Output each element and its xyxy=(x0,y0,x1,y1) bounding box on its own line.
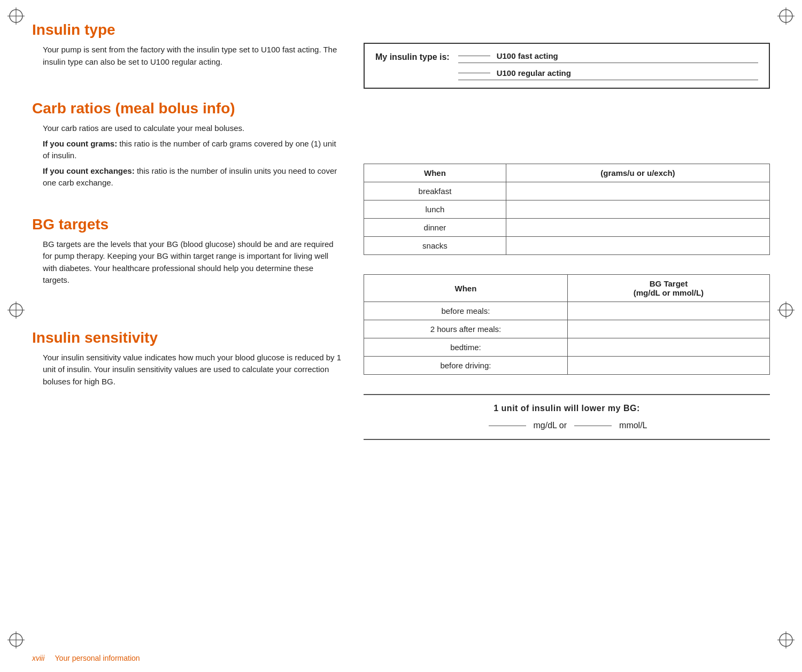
insulin-sensitivity-body: Your insulin sensitivity value indicates… xyxy=(32,352,342,388)
sensitivity-unit1: mg/dL or xyxy=(534,421,567,430)
insulin-type-body: Your pump is sent from the factory with … xyxy=(32,44,342,68)
right-column: My insulin type is: U100 fast acting U10… xyxy=(364,21,770,440)
corner-mark-tl xyxy=(5,5,27,27)
bg-row-2hours-label: 2 hours after meals: xyxy=(364,320,568,338)
footer-spacer xyxy=(47,654,53,662)
footer: xviii Your personal information xyxy=(32,654,140,662)
sensitivity-mgdl-blank xyxy=(489,426,526,426)
left-column: Insulin type Your pump is sent from the … xyxy=(32,21,342,440)
footer-text: Your personal information xyxy=(55,654,140,662)
carb-col2-header: (grams/u or u/exch) xyxy=(506,164,769,182)
bg-table-header-row: When BG Target (mg/dL or mmol/L) xyxy=(364,275,770,302)
insulin-sensitivity-section: Insulin sensitivity Your insulin sensiti… xyxy=(32,329,342,388)
insulin-option-1-line xyxy=(458,56,490,56)
footer-page-number: xviii xyxy=(32,654,44,662)
insulin-option-1: U100 fast acting xyxy=(458,51,758,63)
corner-mark-bl xyxy=(5,629,27,651)
corner-mark-mr xyxy=(775,299,797,322)
insulin-option-2-line xyxy=(458,73,490,73)
carb-ratios-section: Carb ratios (meal bolus info) Your carb … xyxy=(32,100,342,189)
bg-targets-table: When BG Target (mg/dL or mmol/L) before … xyxy=(364,274,770,375)
carb-row-snacks-value xyxy=(506,237,769,255)
corner-mark-br xyxy=(775,629,797,651)
bg-row-before-driving-label: before driving: xyxy=(364,357,568,375)
insulin-option-2: U100 regular acting xyxy=(458,68,758,80)
carb-row-lunch-label: lunch xyxy=(364,200,506,219)
insulin-sensitivity-box-wrapper: 1 unit of insulin will lower my BG: mg/d… xyxy=(364,394,770,440)
insulin-type-row: My insulin type is: U100 fast acting U10… xyxy=(375,51,758,80)
bg-col1-header: When xyxy=(364,275,568,302)
corner-mark-ml xyxy=(5,299,27,322)
insulin-type-box-wrapper: My insulin type is: U100 fast acting U10… xyxy=(364,43,770,89)
insulin-type-box: My insulin type is: U100 fast acting U10… xyxy=(364,43,770,89)
insulin-sensitivity-title: Insulin sensitivity xyxy=(32,329,342,346)
table-row: before driving: xyxy=(364,357,770,375)
bg-targets-table-wrapper: When BG Target (mg/dL or mmol/L) before … xyxy=(364,274,770,375)
carb-row-dinner-value xyxy=(506,219,769,237)
table-row: 2 hours after meals: xyxy=(364,320,770,338)
table-row: before meals: xyxy=(364,302,770,320)
bg-targets-section: BG targets BG targets are the levels tha… xyxy=(32,216,342,287)
bg-col2-header-line2: (mg/dL or mmol/L) xyxy=(634,288,704,297)
carb-row-lunch-value xyxy=(506,200,769,219)
bg-table-body: before meals: 2 hours after meals: bedti… xyxy=(364,302,770,375)
carb-ratios-body: Your carb ratios are used to calculate y… xyxy=(32,122,342,189)
table-row: bedtime: xyxy=(364,338,770,357)
bg-row-before-driving-value xyxy=(567,357,769,375)
bg-col2-header-line1: BG Target xyxy=(650,279,688,288)
table-row: lunch xyxy=(364,200,770,219)
sensitivity-mmol-blank xyxy=(574,426,612,426)
main-content: Insulin type Your pump is sent from the … xyxy=(32,16,770,440)
sensitivity-unit2: mmol/L xyxy=(619,421,647,430)
bg-row-before-meals-label: before meals: xyxy=(364,302,568,320)
bg-row-bedtime-value xyxy=(567,338,769,357)
carb-row-snacks-label: snacks xyxy=(364,237,506,255)
insulin-type-title: Insulin type xyxy=(32,21,342,38)
carb-col1-header: When xyxy=(364,164,506,182)
insulin-option-2-text: U100 regular acting xyxy=(497,68,571,78)
carb-table-body: breakfast lunch dinner snacks xyxy=(364,182,770,255)
insulin-type-label: My insulin type is: xyxy=(375,51,450,62)
carb-row-breakfast-value xyxy=(506,182,769,200)
carb-ratios-table: When (grams/u or u/exch) breakfast lunch xyxy=(364,164,770,255)
table-row: snacks xyxy=(364,237,770,255)
insulin-sensitivity-box: 1 unit of insulin will lower my BG: mg/d… xyxy=(364,394,770,440)
bg-targets-body: BG targets are the levels that your BG (… xyxy=(32,238,342,287)
bg-row-before-meals-value xyxy=(567,302,769,320)
sensitivity-value-row: mg/dL or mmol/L xyxy=(374,421,759,430)
table-row: breakfast xyxy=(364,182,770,200)
bg-row-bedtime-label: bedtime: xyxy=(364,338,568,357)
carb-ratios-table-wrapper: When (grams/u or u/exch) breakfast lunch xyxy=(364,164,770,255)
page: Insulin type Your pump is sent from the … xyxy=(0,0,802,672)
insulin-option-1-text: U100 fast acting xyxy=(497,51,558,60)
carb-row-dinner-label: dinner xyxy=(364,219,506,237)
carb-ratios-title: Carb ratios (meal bolus info) xyxy=(32,100,342,117)
insulin-type-section: Insulin type Your pump is sent from the … xyxy=(32,21,342,68)
carb-row-breakfast-label: breakfast xyxy=(364,182,506,200)
sensitivity-title: 1 unit of insulin will lower my BG: xyxy=(374,404,759,413)
bg-col2-header: BG Target (mg/dL or mmol/L) xyxy=(567,275,769,302)
carb-table-header-row: When (grams/u or u/exch) xyxy=(364,164,770,182)
bg-targets-title: BG targets xyxy=(32,216,342,233)
corner-mark-tr xyxy=(775,5,797,27)
table-row: dinner xyxy=(364,219,770,237)
insulin-options: U100 fast acting U100 regular acting xyxy=(458,51,758,80)
bg-row-2hours-value xyxy=(567,320,769,338)
